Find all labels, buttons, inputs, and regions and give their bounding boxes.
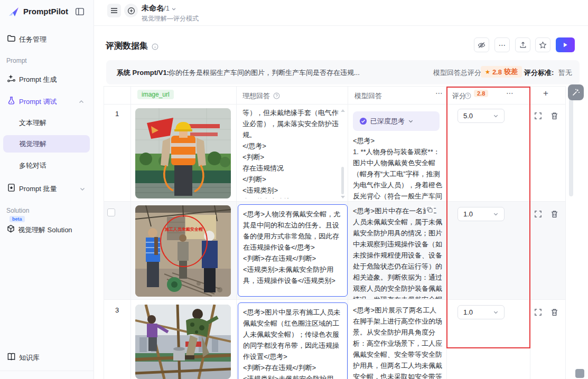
page-title: 评测数据集 bbox=[106, 41, 148, 52]
row3-image-thumbnail[interactable] bbox=[135, 305, 231, 379]
score-value: 5.0 bbox=[463, 112, 473, 120]
total-score-level: 较差 bbox=[504, 67, 518, 77]
criteria-label: 评分标准: bbox=[524, 68, 554, 78]
col-border-left bbox=[104, 86, 104, 379]
score-column-menu[interactable]: ⋯ bbox=[506, 89, 514, 97]
dropdown-chevron-icon bbox=[493, 211, 499, 217]
score-average-badge: 2.8 bbox=[474, 90, 488, 97]
hide-column-button[interactable] bbox=[474, 37, 489, 52]
ideal-answer-cell[interactable]: 等），但未戴绝缘手套（电气作业必需），属未落实安全防护违规。 </思考> <判断… bbox=[242, 107, 340, 198]
ellipsis-icon: ⋯ bbox=[499, 41, 506, 49]
sidebar-collapse-icon[interactable] bbox=[75, 7, 85, 16]
model-column-menu[interactable]: ⋯ bbox=[435, 89, 443, 97]
export-button[interactable] bbox=[515, 37, 530, 52]
sidebar-item-multi-turn[interactable]: 多轮对话 bbox=[19, 161, 46, 170]
sidebar-item-prompt-batch[interactable]: Prompt 批量 bbox=[19, 184, 57, 194]
dropdown-chevron-icon bbox=[493, 113, 499, 119]
column-header-ideal[interactable]: 理想回答 bbox=[242, 91, 270, 101]
sidebar-section-solution: Solution bbox=[6, 207, 29, 214]
row2-image-thumbnail[interactable]: 施工人员未戴安全帽 bbox=[135, 205, 231, 297]
col-border-3 bbox=[348, 86, 348, 379]
row1-image-thumbnail[interactable] bbox=[135, 108, 231, 198]
column-header-model[interactable]: 模型回答 bbox=[354, 91, 382, 101]
model-answer-cell: <思考> 1. **人物身份与装备观察**：图片中人物佩戴黄色安全帽（帽身有“大… bbox=[353, 135, 444, 201]
sidebar-section-prompt: Prompt bbox=[6, 57, 27, 64]
play-icon bbox=[562, 42, 568, 48]
version-selector[interactable]: V1 bbox=[162, 5, 170, 12]
sidebar-item-vision-solution[interactable]: 视觉理解 Solution bbox=[18, 225, 72, 235]
delete-row-button[interactable] bbox=[550, 112, 558, 120]
score-dropdown[interactable]: 5.0 bbox=[458, 109, 505, 123]
deep-think-label: 已深度思考 bbox=[370, 117, 405, 126]
row-divider-2 bbox=[104, 299, 565, 300]
col-border-2 bbox=[236, 86, 237, 379]
delete-row-button[interactable] bbox=[550, 308, 558, 316]
expand-row-button[interactable] bbox=[534, 210, 542, 218]
add-task-button[interactable] bbox=[124, 4, 138, 17]
col-border-1 bbox=[130, 86, 131, 379]
menu-button[interactable] bbox=[107, 4, 121, 17]
vertical-scrollbar[interactable] bbox=[569, 90, 573, 196]
sidebar-item-task-management[interactable]: 任务管理 bbox=[19, 35, 46, 44]
task-subtitle: 视觉理解—评分模式 bbox=[142, 14, 199, 23]
favorite-button[interactable] bbox=[535, 37, 550, 52]
chevron-up-icon[interactable] bbox=[78, 99, 85, 105]
folder-icon bbox=[7, 34, 16, 43]
check-circle-icon bbox=[359, 117, 367, 125]
sidebar-divider bbox=[0, 371, 94, 371]
ideal-help-icon[interactable] bbox=[273, 92, 280, 99]
task-title: 未命名 bbox=[142, 4, 164, 13]
topbar: 未命名 V1 视觉理解—评分模式 bbox=[94, 0, 588, 26]
row-divider-1 bbox=[104, 201, 565, 202]
row-index: 3 bbox=[115, 306, 119, 314]
cell-scroll-up-icon[interactable] bbox=[341, 109, 345, 112]
ideal-answer-editor[interactable]: <思考>人物没有佩戴安全帽，尤其是中间的和左边的任务。且设备的使用方式非常危险，… bbox=[238, 204, 348, 297]
dropdown-chevron-icon bbox=[493, 309, 499, 315]
delete-row-button[interactable] bbox=[550, 210, 558, 218]
score-value: 1.0 bbox=[463, 308, 473, 316]
expand-row-button[interactable] bbox=[534, 112, 542, 120]
add-column-button[interactable]: + bbox=[543, 88, 548, 99]
sidebar-item-prompt-generate[interactable]: Prompt 生成 bbox=[19, 75, 57, 84]
beta-badge: beta bbox=[10, 216, 25, 222]
table-top-border bbox=[104, 86, 565, 87]
flask-icon bbox=[7, 96, 16, 105]
total-score-badge: ★ 2.8 较差 bbox=[481, 66, 522, 78]
sidebar-item-knowledge-base[interactable]: 知识库 bbox=[19, 353, 40, 363]
cell-scroll-down-icon[interactable] bbox=[341, 196, 345, 198]
expand-row-button[interactable] bbox=[534, 308, 542, 316]
document-star-icon bbox=[7, 183, 16, 192]
image2-annotation-text: 施工人员未戴安全帽 bbox=[164, 226, 203, 232]
score-dropdown[interactable]: 1.0 bbox=[458, 305, 505, 319]
scroll-corner-handle[interactable] bbox=[575, 369, 584, 378]
sidebar-item-text-understanding[interactable]: 文本理解 bbox=[19, 118, 46, 128]
column-header-image-url[interactable]: image_url bbox=[137, 90, 174, 99]
version-chevron-down-icon[interactable] bbox=[171, 6, 176, 12]
system-prompt-banner[interactable]: 系统 Prompt/V1: 你的任务是根据生产车间的图片，判断生产车间是否存在违… bbox=[106, 60, 580, 84]
books-icon bbox=[7, 352, 16, 361]
deep-think-pill[interactable]: 已深度思考 bbox=[353, 111, 440, 131]
score-help-icon[interactable] bbox=[464, 92, 471, 99]
copy-icon[interactable] bbox=[426, 206, 434, 214]
page-title-info-icon bbox=[152, 43, 158, 50]
model-answer-cell: <思考>图片展示了两名工人在脚手架上进行高空作业的场景。从安全防护用具角度分析：… bbox=[353, 305, 443, 379]
total-score-label: 模型回答总评分 bbox=[433, 68, 481, 78]
sidebar-item-vision-understanding[interactable]: 视觉理解 bbox=[3, 135, 90, 153]
row-checkbox[interactable] bbox=[107, 209, 115, 216]
criteria-value: 暂无 bbox=[558, 68, 572, 78]
chevron-down-icon[interactable] bbox=[79, 186, 86, 192]
ideal-answer-editor[interactable]: <思考>图片中显示有施工人员未佩戴安全帽（红色圈注区域的工人未佩戴安全帽）；传绿… bbox=[238, 302, 348, 379]
cube-icon bbox=[6, 224, 15, 233]
score-dropdown[interactable]: 1.0 bbox=[458, 207, 505, 221]
system-prompt-text: 你的任务是根据生产车间的图片，判断生产车间是否存在违规... bbox=[169, 68, 422, 78]
magic-wand-button[interactable] bbox=[568, 84, 584, 100]
ideal-answer-text: <思考>图片中显示有施工人员未佩戴安全帽（红色圈注区域的工人未佩戴安全帽）；传绿… bbox=[243, 307, 342, 379]
total-score-value: 2.8 bbox=[492, 68, 502, 76]
row-index: 1 bbox=[115, 110, 119, 118]
star-icon: ★ bbox=[485, 69, 490, 75]
more-actions-button[interactable]: ⋯ bbox=[494, 37, 510, 52]
sidebar-item-prompt-debug[interactable]: Prompt 调试 bbox=[19, 97, 57, 107]
cell-scrollbar-thumb[interactable] bbox=[341, 167, 344, 194]
col-border-right bbox=[565, 86, 566, 379]
run-button[interactable] bbox=[556, 37, 575, 52]
